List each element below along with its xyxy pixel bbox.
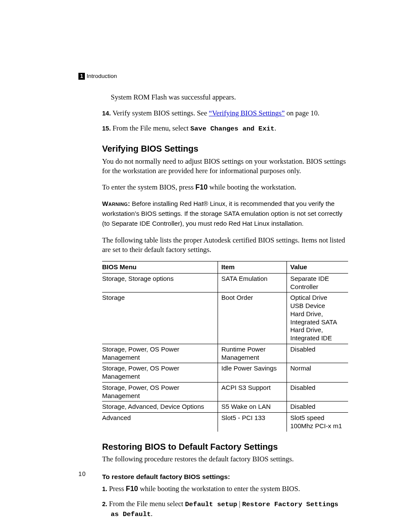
table-cell: Storage, Advanced, Device Options: [102, 401, 218, 413]
heading-verifying: Verifying BIOS Settings: [102, 143, 348, 155]
table-cell: Disabled: [286, 401, 348, 413]
step-text: From the File menu, select: [112, 124, 190, 132]
verify-p3: The following table lists the proper Aut…: [102, 236, 348, 255]
table-cell: Disabled: [286, 382, 348, 401]
table-cell: Separate IDE Controller: [286, 273, 348, 292]
table-cell: Advanced: [102, 413, 218, 432]
step-text-tail: on page 10.: [285, 109, 320, 117]
table-cell: Storage, Power, OS Power Management: [102, 363, 218, 383]
step-number: 2.: [102, 501, 107, 507]
text: while booting the workstation to enter t…: [138, 485, 300, 493]
page: 1Introduction System ROM Flash was succe…: [0, 0, 411, 532]
table-cell: Storage, Power, OS Power Management: [102, 344, 218, 363]
table-cell: Storage, Power, OS Power Management: [102, 382, 218, 401]
col-bios-menu: BIOS Menu: [102, 261, 218, 274]
text: while booting the workstation.: [208, 183, 296, 191]
table-cell: Runtime Power Management: [218, 344, 286, 363]
table-row: AdvancedSlot5 - PCI 133Slot5 speed 100Mh…: [102, 413, 348, 432]
verifying-bios-link[interactable]: “Verifying BIOS Settings”: [209, 109, 285, 117]
continuation-text: System ROM Flash was successful appears.: [111, 93, 348, 103]
table-cell: S5 Wake on LAN: [218, 401, 286, 413]
text: .: [151, 510, 153, 518]
key-label: F10: [126, 485, 138, 492]
table-cell: ACPI S3 Support: [218, 382, 286, 401]
table-cell: Disabled: [286, 344, 348, 363]
table-row: Storage, Power, OS Power ManagementIdle …: [102, 363, 348, 383]
key-f10: F10: [196, 183, 208, 191]
list-item: 1.Press F10 while booting the workstatio…: [102, 484, 348, 494]
warning-body: Before installing Red Hat® Linux, it is …: [102, 200, 342, 227]
restore-step-list: 1.Press F10 while booting the workstatio…: [102, 484, 348, 520]
running-head: 1Introduction: [78, 72, 117, 81]
table-row: Storage, Storage optionsSATA EmulationSe…: [102, 273, 348, 292]
warning-block: Warning: Before installing Red Hat® Linu…: [102, 199, 348, 229]
restore-subhead: To restore default factory BIOS settings…: [102, 472, 348, 481]
table-cell: Idle Power Savings: [218, 363, 286, 383]
table-row: Storage, Power, OS Power ManagementRunti…: [102, 344, 348, 363]
table-row: Storage, Advanced, Device OptionsS5 Wake…: [102, 401, 348, 413]
table-row: Storage, Power, OS Power ManagementACPI …: [102, 382, 348, 401]
table-cell: Storage, Storage options: [102, 273, 218, 292]
warning-label: Warning:: [102, 200, 130, 207]
menu-command: Save Changes and Exit: [190, 125, 274, 133]
step-number: 1.: [102, 485, 107, 492]
table-cell: SATA Emulation: [218, 273, 286, 292]
table-row: StorageBoot OrderOptical DriveUSB Device…: [102, 292, 348, 344]
table-cell: Optical DriveUSB DeviceHard Drive, Integ…: [286, 292, 348, 344]
heading-restoring: Restoring BIOS to Default Factory Settin…: [102, 441, 348, 453]
step-text: Verify system BIOS settings. See: [112, 109, 209, 117]
step-text-tail: .: [274, 124, 276, 132]
text: |: [237, 500, 242, 508]
restoring-section: Restoring BIOS to Default Factory Settin…: [102, 441, 348, 520]
list-item: 2.From the File menu select Default setu…: [102, 499, 348, 520]
body-column: System ROM Flash was successful appears.…: [102, 93, 348, 520]
chapter-title: Introduction: [87, 73, 117, 79]
verifying-section: Verifying BIOS Settings You do not norma…: [102, 143, 348, 432]
step-15: 15.From the File menu, select Save Chang…: [102, 124, 348, 134]
table-cell: Boot Order: [218, 292, 286, 344]
bios-settings-table: BIOS Menu Item Value Storage, Storage op…: [102, 261, 348, 431]
page-number: 10: [78, 470, 86, 478]
verify-p1: You do not normally need to adjust BIOS …: [102, 157, 348, 177]
table-cell: Slot5 speed 100Mhz PCI-x m1: [286, 413, 348, 432]
step-number: 15.: [102, 125, 111, 132]
table-header-row: BIOS Menu Item Value: [102, 261, 348, 274]
table-cell: Normal: [286, 363, 348, 383]
step-14: 14.Verify system BIOS settings. See “Ver…: [102, 109, 348, 118]
step-number: 14.: [102, 110, 111, 117]
verify-p2: To enter the system BIOS, press F10 whil…: [102, 182, 348, 193]
text: To enter the system BIOS, press: [102, 183, 196, 191]
chapter-number-chip: 1: [78, 73, 85, 80]
col-item: Item: [218, 261, 286, 274]
intro-step-list: 14.Verify system BIOS settings. See “Ver…: [102, 109, 348, 134]
text: Press: [109, 485, 126, 493]
table-cell: Slot5 - PCI 133: [218, 413, 286, 432]
col-value: Value: [286, 261, 348, 274]
text: From the File menu select: [109, 500, 185, 508]
table-cell: Storage: [102, 292, 218, 344]
menu-command: Default setup: [185, 501, 237, 508]
restore-p1: The following procedure restores the def…: [102, 454, 348, 464]
